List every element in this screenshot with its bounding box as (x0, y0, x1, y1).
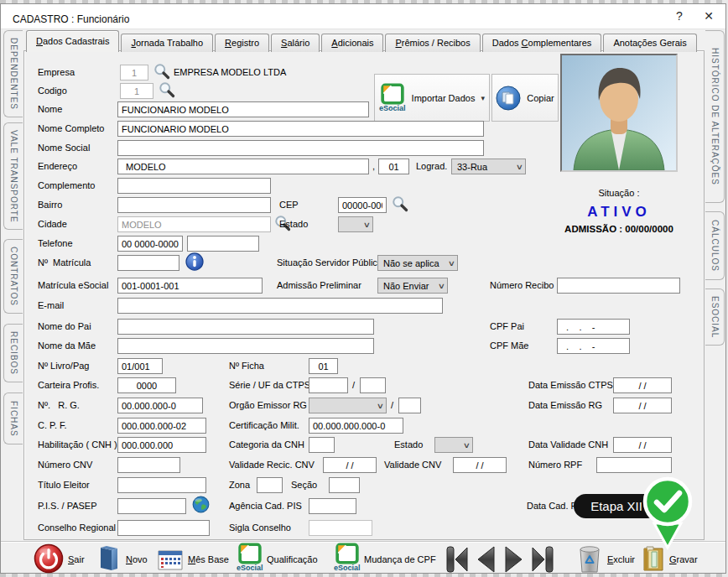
estado-cnh-label: Estado (394, 439, 423, 450)
empresa-code-field[interactable] (120, 65, 148, 81)
validade-cnv-label: Validade CNV (384, 460, 441, 470)
data-validade-cnh-label: Data Validade CNH (528, 439, 608, 450)
lograd-select[interactable]: 33-Rua∨ (451, 159, 526, 174)
nome-social-field[interactable] (117, 140, 484, 156)
nome-mae-label: Nome da Mãe (38, 340, 96, 351)
nav-previous-button[interactable] (473, 544, 498, 574)
nome-completo-field[interactable] (117, 121, 484, 137)
cpf-mae-field[interactable] (557, 338, 630, 354)
employee-photo[interactable] (560, 54, 678, 172)
validade-recic-field[interactable] (323, 457, 377, 473)
titulo-eleitor-field[interactable] (117, 477, 206, 493)
cep-field[interactable] (338, 197, 387, 213)
sidetab-vale-transporte[interactable]: VALE TRANSPORTE (3, 122, 23, 230)
zona-field[interactable] (257, 477, 283, 493)
endereco-field[interactable] (117, 159, 369, 174)
info-icon[interactable] (185, 252, 204, 271)
tab-adicionais[interactable]: Adicionais (321, 34, 383, 52)
estado-select[interactable]: ∨ (338, 216, 373, 232)
cep-search-icon[interactable] (392, 195, 408, 212)
sidetab-recibos[interactable]: RECIBOS (3, 324, 23, 382)
cnh-field[interactable] (117, 437, 206, 453)
sigla-conselho-field[interactable] (309, 520, 372, 536)
data-emissao-rg-field[interactable] (613, 398, 672, 413)
cpf-pai-field[interactable] (557, 319, 630, 335)
tab-premios-recibos[interactable]: Prêmios / Recibos (385, 34, 480, 52)
categoria-cnh-field[interactable] (309, 437, 335, 453)
nav-last-button[interactable] (530, 544, 555, 574)
tab-registro[interactable]: Registro (215, 34, 269, 52)
sidetab-fichas[interactable]: FICHAS (3, 392, 23, 444)
email-field[interactable] (117, 298, 443, 314)
matricula-label: Nº Matrícula (38, 257, 91, 268)
data-validade-cnh-field[interactable] (613, 437, 672, 453)
situacao-servidor-select[interactable]: Não se aplica∨ (377, 255, 458, 271)
conselho-field[interactable] (117, 520, 210, 536)
numero-recibo-field[interactable] (557, 278, 680, 294)
sidetab-historico-alteracoes[interactable]: HISTÓRICO DE ALTERAÇÕES (705, 30, 725, 203)
chevron-down-icon: ∨ (516, 163, 523, 171)
serie-ctps-field-2[interactable] (360, 377, 386, 393)
numero-rpf-field[interactable] (596, 457, 672, 473)
matricula-field[interactable] (117, 255, 179, 271)
categoria-cnh-label: Categoria da CNH (229, 439, 304, 450)
agencia-pis-field[interactable] (309, 498, 356, 514)
codigo-search-icon[interactable] (159, 81, 175, 98)
estado-cnh-select[interactable]: ∨ (434, 437, 473, 453)
secao-field[interactable] (329, 477, 360, 493)
recycle-bin-icon (577, 543, 602, 574)
tab-jornada-trabalho[interactable]: Jornada Trabalho (121, 34, 213, 52)
importar-dados-label: Importar Dados (412, 93, 476, 103)
agencia-pis-label: Agência Cad. PIS (229, 501, 302, 511)
nav-first-button[interactable] (445, 544, 470, 574)
livro-pag-field[interactable] (117, 358, 163, 374)
empresa-search-icon[interactable] (153, 63, 170, 80)
orgao-rg-separator: / (391, 400, 393, 410)
carteira-field[interactable] (117, 377, 176, 393)
help-button[interactable]: ? (667, 6, 692, 26)
tab-anotacoes-gerais[interactable]: Anotações Gerais (603, 34, 696, 52)
sidetab-contratos[interactable]: CONTRATOS (3, 239, 23, 314)
cpf-field[interactable] (117, 418, 206, 434)
rg-field[interactable] (117, 398, 203, 413)
bairro-label: Bairro (38, 200, 62, 210)
sidetab-calculos[interactable]: CÁLCULOS (705, 211, 725, 280)
zona-label: Zona (229, 480, 250, 490)
serie-ctps-field-1[interactable] (309, 377, 348, 393)
close-button[interactable]: ✕ (696, 6, 721, 26)
endereco-numero-field[interactable] (378, 159, 409, 174)
telefone-field-2[interactable] (187, 236, 259, 252)
sidetab-esocial[interactable]: ESOCIAL (705, 288, 725, 346)
matricula-esocial-field[interactable] (117, 278, 263, 294)
numero-cnv-field[interactable] (117, 457, 180, 473)
cert-milit-field[interactable] (309, 418, 403, 434)
tab-dados-complementares[interactable]: Dados Complementares (482, 34, 602, 52)
numero-cnv-label: Número CNV (38, 460, 92, 470)
importar-dados-button[interactable]: eSocial Importar Dados ▾ (374, 74, 490, 122)
sidetab-dependentes[interactable]: DEPENDENTES (3, 30, 23, 117)
orgao-rg-select[interactable]: ∨ (309, 398, 387, 413)
codigo-field[interactable] (120, 83, 153, 99)
complemento-field[interactable] (117, 178, 271, 194)
copiar-button[interactable]: Copiar (491, 74, 559, 122)
nav-next-button[interactable] (502, 544, 527, 574)
data-emissao-ctps-field[interactable] (613, 377, 672, 393)
telefone-field-1[interactable] (117, 236, 183, 252)
pis-field[interactable] (117, 498, 186, 514)
data-emissao-rg-label: Data Emissão RG (528, 400, 602, 410)
nome-mae-field[interactable] (117, 338, 374, 354)
bairro-field[interactable] (117, 197, 271, 213)
validade-cnv-field[interactable] (453, 457, 507, 473)
tab-salario[interactable]: Salário (271, 34, 320, 52)
sigla-conselho-label: Sigla Conselho (229, 522, 291, 533)
orgao-rg-field-2[interactable] (398, 398, 421, 413)
admissao-preliminar-select[interactable]: Não Enviar∨ (377, 278, 448, 294)
carteira-label: Carteira Profis. (38, 380, 99, 390)
chevron-down-icon: ∨ (438, 282, 445, 290)
tab-dados-cadastrais[interactable]: Dados Cadastrais (26, 30, 119, 52)
nome-pai-field[interactable] (117, 319, 374, 335)
nome-field[interactable] (117, 101, 369, 117)
globe-icon[interactable] (192, 496, 210, 513)
cidade-field[interactable] (117, 216, 271, 232)
ficha-field[interactable] (309, 358, 338, 374)
